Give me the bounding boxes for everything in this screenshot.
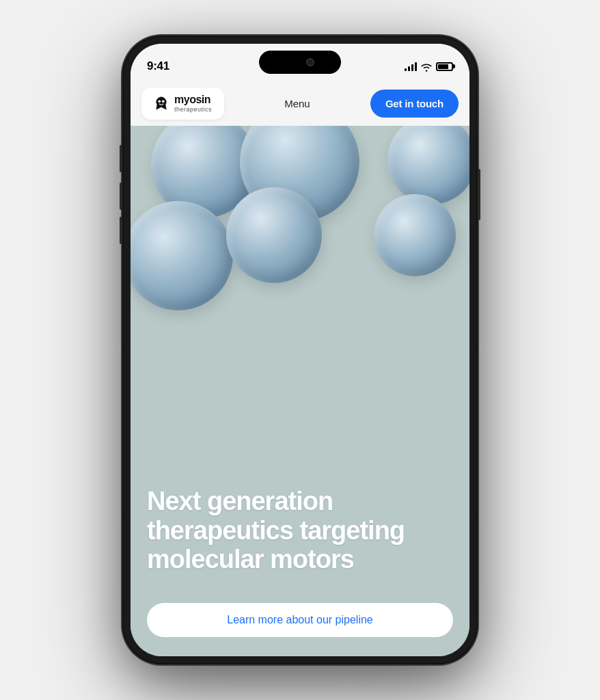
dynamic-island (259, 51, 341, 74)
phone-screen: 9:41 (131, 44, 469, 656)
hero-headline: Next generation therapeutics targeting m… (147, 487, 453, 574)
sphere-6 (374, 194, 456, 276)
logo-text: myosin therapeutics (174, 94, 212, 113)
sphere-4 (131, 201, 233, 310)
phone-mockup: 9:41 (122, 36, 478, 664)
nav-bar: myosin therapeutics Menu Get in touch (131, 81, 469, 126)
logo-subtext: therapeutics (174, 107, 212, 113)
hero-section: Next generation therapeutics targeting m… (131, 126, 469, 656)
svg-point-1 (162, 100, 165, 103)
get-in-touch-button[interactable]: Get in touch (370, 90, 459, 118)
status-icons (405, 62, 453, 71)
status-time: 9:41 (147, 59, 169, 73)
battery-fill (438, 64, 448, 69)
battery-icon (436, 62, 453, 71)
svg-point-0 (158, 100, 161, 103)
logo-name: myosin (174, 94, 212, 105)
menu-label[interactable]: Menu (276, 92, 318, 115)
hero-text: Next generation therapeutics targeting m… (147, 487, 453, 574)
hero-cta-container: Learn more about our pipeline (147, 603, 453, 637)
phone-frame: 9:41 (122, 36, 478, 664)
myosin-logo-icon (154, 96, 169, 111)
learn-more-button[interactable]: Learn more about our pipeline (147, 603, 453, 637)
spheres-container (131, 126, 469, 433)
signal-bars-icon (405, 62, 417, 71)
status-bar: 9:41 (131, 44, 469, 81)
sphere-5 (226, 187, 322, 283)
logo[interactable]: myosin therapeutics (141, 88, 224, 120)
wifi-icon (421, 62, 432, 70)
camera-pill (306, 58, 314, 66)
sphere-3 (387, 126, 469, 204)
